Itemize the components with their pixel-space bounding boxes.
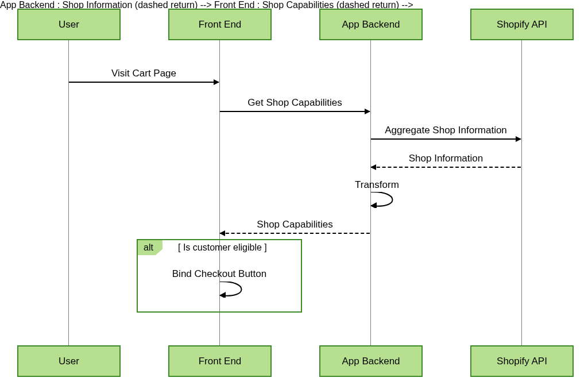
message-visit-cart-page: Visit Cart Page: [69, 67, 219, 83]
message-label: Visit Cart Page: [69, 68, 219, 79]
message-label: Shop Capabilities: [220, 219, 370, 230]
actor-shopify-bottom: Shopify API: [470, 345, 574, 377]
actor-label: User: [59, 19, 79, 30]
message-shop-information: Shop Information: [371, 152, 521, 168]
actor-user-bottom: User: [17, 345, 121, 377]
actor-frontend-top: Front End: [168, 9, 272, 40]
message-label: Shop Information: [371, 153, 521, 164]
actor-backend-top: App Backend: [319, 9, 423, 40]
actor-backend-bottom: App Backend: [319, 345, 423, 377]
actor-label: Front End: [199, 19, 242, 30]
actor-user-top: User: [17, 9, 121, 40]
svg-marker-0: [370, 202, 377, 208]
message-bind-checkout-button-label: Bind Checkout Button: [164, 268, 274, 280]
actor-shopify-top: Shopify API: [470, 9, 574, 40]
alt-condition: [ Is customer eligible ]: [178, 242, 267, 253]
message-transform-label: Transform: [355, 179, 386, 191]
self-loop-bind-checkout: [219, 282, 248, 298]
actor-label: User: [59, 356, 79, 367]
lifeline-user: [68, 40, 69, 345]
alt-tag-label: alt: [144, 242, 153, 253]
actor-label: Shopify API: [497, 19, 547, 30]
actor-label: App Backend: [342, 19, 400, 30]
actor-frontend-bottom: Front End: [168, 345, 272, 377]
actor-label: App Backend: [342, 356, 400, 367]
self-loop-transform: [370, 192, 399, 208]
message-label: Get Shop Capabilities: [220, 97, 370, 109]
message-label: Aggregate Shop Information: [371, 125, 521, 136]
message-aggregate-shop-information: Aggregate Shop Information: [371, 124, 521, 140]
alt-tag: alt: [138, 240, 163, 255]
actor-label: Shopify API: [497, 356, 547, 367]
message-get-shop-capabilities: Get Shop Capabilities: [220, 97, 370, 112]
svg-marker-1: [219, 292, 226, 298]
actor-label: Front End: [199, 356, 242, 367]
lifeline-shopify: [521, 40, 522, 345]
message-shop-capabilities: Shop Capabilities: [220, 218, 370, 234]
sequence-diagram: User Front End App Backend Shopify API U…: [0, 0, 588, 389]
